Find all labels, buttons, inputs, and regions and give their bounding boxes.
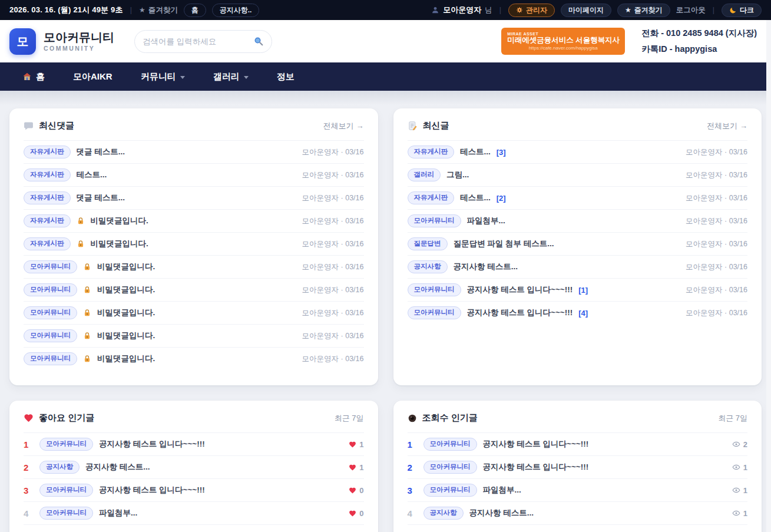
list-item[interactable]: 갤러리그림...모아운영자 · 03/16	[408, 163, 748, 186]
cards-row-2: 좋아요 인기글 최근 7일 1모아커뮤니티공지사항 테스트 입니다~~~!!!1…	[9, 401, 762, 532]
contact-info: 전화 - 010 2485 9484 (지사장) 카톡ID - happygis…	[641, 25, 762, 57]
list-item[interactable]: 질문답변질문답변 파일 첨부 테스트...모아운영자 · 03/16	[408, 232, 748, 255]
list-item[interactable]: 3모아커뮤니티파일첨부...1	[408, 478, 748, 501]
admin-label: 관리자	[526, 5, 547, 15]
chevron-down-icon	[244, 76, 249, 79]
list-item[interactable]: 4공지사항공지사항 테스트...1	[408, 501, 748, 524]
list-item[interactable]: 모아커뮤니티공지사항 테스트 입니다~~~!!![1]모아운영자 · 03/16	[408, 278, 748, 301]
nav-gallery[interactable]: 갤러리	[213, 71, 249, 82]
view-all-link[interactable]: 전체보기→	[323, 121, 364, 131]
board-badge: 자유게시판	[24, 191, 71, 204]
search-icon[interactable]	[253, 36, 264, 47]
user-name: 모아운영자	[443, 5, 481, 15]
lock-icon	[77, 217, 85, 225]
list-item[interactable]: 4모아커뮤니티파일첨부...0	[24, 501, 364, 524]
list-item[interactable]: 자유게시판댓글 테스트...모아운영자 · 03/16	[24, 140, 364, 163]
item-text: 댓글 테스트...	[77, 147, 125, 157]
item-meta: 모아운영자 · 03/16	[302, 331, 364, 341]
comment-icon	[24, 121, 34, 131]
search-input[interactable]	[143, 37, 249, 46]
board-badge: 모아커뮤니티	[24, 283, 77, 296]
admin-button[interactable]: 관리자	[508, 4, 555, 17]
item-meta: 모아운영자 · 03/16	[686, 193, 747, 203]
list-item[interactable]: 모아커뮤니티비밀댓글입니다.모아운영자 · 03/16	[24, 278, 364, 301]
topbar-right: 모아운영자 님 | 관리자 마이페이지 ★ 즐겨찾기 로그아웃 | 다크	[431, 4, 762, 17]
list-item[interactable]: 모아커뮤니티공지사항 테스트 입니다~~~!!![4]모아운영자 · 03/16	[408, 301, 748, 324]
header-right: MIRAE ASSET 미래에셋금융서비스 서울행복지사 https://caf…	[501, 25, 762, 57]
item-text: 공지사항 테스트 입니다~~~!!!	[99, 439, 205, 450]
list-item[interactable]: 2공지사항공지사항 테스트...1	[24, 455, 364, 478]
list-item[interactable]: 모아커뮤니티비밀댓글입니다.모아운영자 · 03/16	[24, 301, 364, 324]
list-item[interactable]: 자유게시판댓글 테스트...모아운영자 · 03/16	[24, 186, 364, 209]
list-item[interactable]: 모아커뮤니티비밀댓글입니다.모아운영자 · 03/16	[24, 347, 364, 370]
list-item[interactable]: 자유게시판테스트...[3]모아운영자 · 03/16	[408, 140, 748, 163]
latest-comments-card: 최신댓글 전체보기→ 자유게시판댓글 테스트...모아운영자 · 03/16 자…	[9, 108, 378, 385]
list-item[interactable]: 자유게시판테스트...[2]모아운영자 · 03/16	[408, 186, 748, 209]
star-icon: ★	[139, 6, 145, 14]
list-item[interactable]: 공지사항공지사항 테스트...모아운영자 · 03/16	[408, 255, 748, 278]
list-item[interactable]: 모아커뮤니티비밀댓글입니다.모아운영자 · 03/16	[24, 255, 364, 278]
nav-moa-aikr[interactable]: 모아AIKR	[73, 71, 112, 82]
lock-icon	[77, 240, 85, 248]
rank-number: 1	[408, 440, 418, 450]
quick-link-notice[interactable]: 공지사항..	[212, 4, 260, 17]
mypage-button[interactable]: 마이페이지	[561, 4, 611, 17]
dark-label: 다크	[740, 5, 754, 15]
list-item[interactable]	[24, 524, 364, 532]
item-meta: 모아운영자 · 03/16	[302, 193, 364, 203]
item-text: 댓글 테스트...	[77, 193, 125, 203]
board-badge: 모아커뮤니티	[24, 352, 77, 365]
list-item[interactable]: 모아커뮤니티비밀댓글입니다.모아운영자 · 03/16	[24, 324, 364, 347]
item-text: 파일첨부...	[483, 485, 521, 495]
banner-title: 미래에셋금융서비스 서울행복지사	[507, 36, 619, 45]
divider: |	[713, 6, 714, 14]
list-item[interactable]: 모아커뮤니티파일첨부...모아운영자 · 03/16	[408, 209, 748, 232]
scrollbar[interactable]	[766, 20, 771, 532]
liked-list: 1모아커뮤니티공지사항 테스트 입니다~~~!!!1 2공지사항공지사항 테스트…	[9, 432, 378, 532]
item-text: 테스트...	[77, 170, 107, 180]
chevron-down-icon	[180, 76, 185, 79]
divider: |	[499, 6, 501, 14]
user-suffix: 님	[485, 5, 492, 15]
arrow-right-icon: →	[740, 121, 747, 130]
nav-community[interactable]: 커뮤니티	[141, 71, 185, 82]
logo-mark: 모	[9, 28, 36, 55]
like-count: 1	[349, 463, 363, 472]
main-content: 최신댓글 전체보기→ 자유게시판댓글 테스트...모아운영자 · 03/16 자…	[0, 91, 771, 532]
list-item[interactable]: 자유게시판비밀댓글입니다.모아운영자 · 03/16	[24, 232, 364, 255]
item-meta: 모아운영자 · 03/16	[686, 285, 747, 295]
dark-mode-toggle[interactable]: 다크	[722, 4, 762, 17]
arrow-right-icon: →	[356, 121, 364, 130]
quick-link-home[interactable]: 홈	[184, 4, 206, 17]
nav-home-label: 홈	[36, 71, 45, 82]
item-meta: 모아운영자 · 03/16	[686, 262, 747, 272]
site-logo[interactable]: 모 모아커뮤니티 COMMUNITY	[9, 28, 114, 55]
nav-home[interactable]: 홈	[22, 71, 45, 82]
item-meta: 모아운영자 · 03/16	[302, 170, 364, 180]
board-badge: 자유게시판	[24, 214, 71, 227]
like-count: 0	[349, 486, 363, 495]
view-all-link[interactable]: 전체보기→	[707, 121, 747, 131]
item-text: 그림...	[446, 170, 469, 180]
item-text: 비밀댓글입니다.	[91, 239, 148, 249]
list-item[interactable]: 자유게시판비밀댓글입니다.모아운영자 · 03/16	[24, 209, 364, 232]
nav-info[interactable]: 정보	[277, 71, 294, 82]
item-text: 비밀댓글입니다.	[91, 216, 148, 226]
list-item[interactable]	[408, 524, 748, 532]
card-header: 최신댓글 전체보기→	[9, 108, 378, 140]
rank-number: 2	[24, 462, 34, 472]
item-text: 파일첨부...	[467, 216, 505, 226]
list-item[interactable]: 자유게시판테스트...모아운영자 · 03/16	[24, 163, 364, 186]
item-text: 비밀댓글입니다.	[97, 353, 155, 364]
list-item[interactable]: 2모아커뮤니티공지사항 테스트 입니다~~~!!!1	[408, 455, 748, 478]
list-item[interactable]: 1모아커뮤니티공지사항 테스트 입니다~~~!!!2	[408, 432, 748, 455]
favorite-link[interactable]: ★ 즐겨찾기	[139, 5, 178, 15]
list-item[interactable]: 3모아커뮤니티공지사항 테스트 입니다~~~!!!0	[24, 478, 364, 501]
favorite-button[interactable]: ★ 즐겨찾기	[617, 4, 670, 17]
logout-button[interactable]: 로그아웃	[676, 5, 706, 15]
ad-banner[interactable]: MIRAE ASSET 미래에셋금융서비스 서울행복지사 https://caf…	[501, 28, 625, 55]
eye-icon	[408, 414, 417, 423]
heart-icon	[24, 413, 34, 423]
heart-icon	[349, 464, 356, 471]
list-item[interactable]: 1모아커뮤니티공지사항 테스트 입니다~~~!!!1	[24, 432, 364, 455]
